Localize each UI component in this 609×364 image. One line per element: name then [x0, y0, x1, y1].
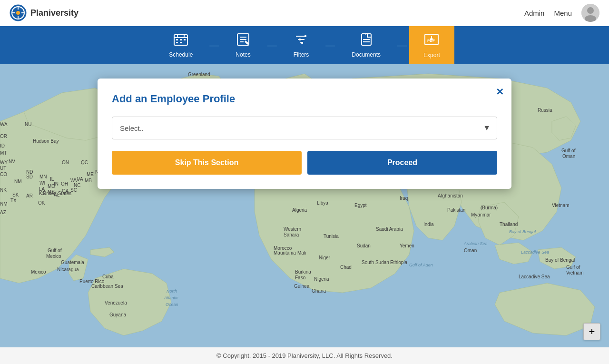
svg-point-2: [16, 11, 20, 15]
nav-label-notes: Notes: [236, 51, 250, 58]
svg-rect-28: [301, 42, 303, 44]
nav-item-documents[interactable]: Documents: [337, 26, 395, 64]
svg-rect-18: [180, 42, 182, 43]
export-icon: PDF: [423, 32, 440, 50]
nav-label-filters: Filters: [294, 51, 309, 58]
modal-dialog: ✕ Add an Employee Profile Select.. ▼ Ski…: [98, 79, 511, 189]
proceed-button[interactable]: Proceed: [307, 151, 497, 175]
nav-sep-3: —: [325, 40, 335, 51]
nav-item-schedule[interactable]: Schedule: [155, 26, 207, 64]
nav-sep-2: —: [267, 40, 277, 51]
nav-bar: Schedule — Notes — Filt: [0, 26, 609, 64]
admin-link[interactable]: Admin: [524, 9, 545, 17]
svg-point-8: [587, 7, 594, 14]
svg-rect-27: [299, 39, 301, 40]
filters-icon: [294, 33, 308, 49]
svg-rect-14: [176, 39, 178, 40]
nav-label-export: Export: [423, 52, 440, 59]
nav-item-notes[interactable]: Notes: [221, 26, 265, 64]
nav-sep-4: —: [397, 40, 407, 51]
nav-label-documents: Documents: [352, 51, 381, 58]
header-right: Admin Menu: [524, 4, 599, 22]
nav-label-schedule: Schedule: [169, 51, 193, 58]
app-name: Planiversity: [30, 8, 79, 18]
svg-rect-16: [184, 39, 186, 40]
header: Planiversity Admin Menu: [0, 0, 609, 26]
footer: © Copyright. 2015 - 2019 Planiversity, L…: [0, 347, 609, 364]
skip-button[interactable]: Skip This Section: [112, 151, 302, 175]
logo-area: Planiversity: [10, 4, 79, 21]
nav-item-filters[interactable]: Filters: [279, 26, 324, 64]
button-row: Skip This Section Proceed: [112, 151, 497, 175]
close-button[interactable]: ✕: [496, 86, 504, 98]
logo-icon: [10, 4, 27, 21]
employee-select[interactable]: Select..: [112, 117, 497, 139]
svg-rect-15: [180, 39, 182, 40]
documents-icon: [359, 33, 373, 49]
modal-overlay: ✕ Add an Employee Profile Select.. ▼ Ski…: [0, 64, 609, 347]
select-wrapper: Select.. ▼: [112, 117, 497, 139]
nav-sep-1: —: [209, 40, 219, 51]
nav-item-export[interactable]: PDF Export: [409, 26, 454, 64]
menu-link[interactable]: Menu: [554, 9, 572, 17]
modal-title: Add an Employee Profile: [112, 93, 497, 105]
svg-rect-17: [176, 42, 178, 43]
schedule-icon: [173, 33, 188, 49]
footer-text: © Copyright. 2015 - 2019 Planiversity, L…: [216, 352, 393, 359]
svg-rect-26: [304, 35, 306, 37]
avatar[interactable]: [581, 4, 599, 22]
notes-icon: [236, 33, 250, 49]
